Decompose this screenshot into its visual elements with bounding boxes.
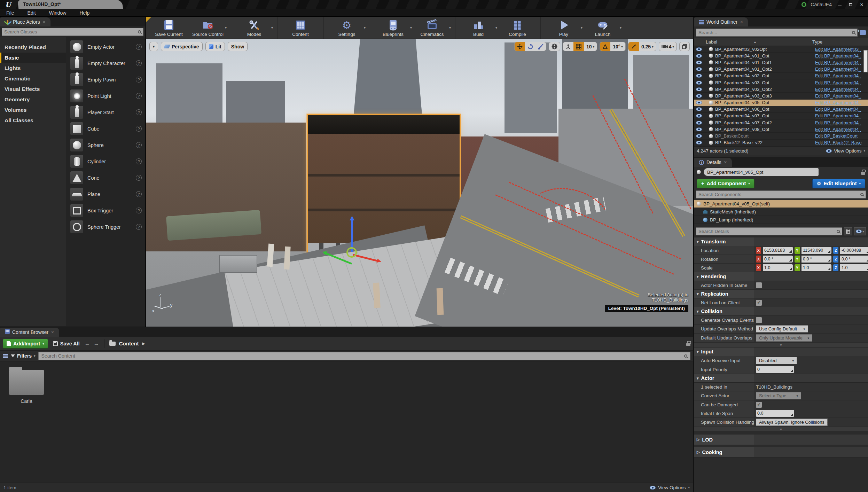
category-item[interactable]: Cinematic <box>0 73 66 84</box>
cinematics-button[interactable]: Cinematics ▾ <box>413 17 452 39</box>
close-tab-icon[interactable]: ✕ <box>42 20 46 24</box>
visibility-eye-icon[interactable] <box>696 134 702 138</box>
search-content-input[interactable] <box>41 353 681 359</box>
placeable-actor-item[interactable]: Empty Character ? <box>66 55 145 71</box>
help-icon[interactable]: ? <box>136 77 142 83</box>
details-view-options-button[interactable]: ▾ <box>854 227 866 235</box>
visibility-eye-icon[interactable] <box>696 54 702 58</box>
can-be-damaged-checkbox[interactable]: ✔ <box>756 402 762 408</box>
convert-actor-dropdown[interactable]: Select a Type▾ <box>756 392 801 399</box>
close-tab-icon[interactable]: ✕ <box>51 330 54 335</box>
menu-help[interactable]: Help <box>79 10 89 16</box>
rotate-tool-button[interactable] <box>525 42 535 51</box>
update-overlaps-dropdown[interactable]: Use Config Default▾ <box>756 325 808 333</box>
location-z-field[interactable]: -0.000488 <box>840 247 868 254</box>
build-button[interactable]: Build ▾ <box>459 17 498 39</box>
rotation-snap-value[interactable]: 10°▾ <box>610 42 625 51</box>
help-icon[interactable]: ? <box>136 44 142 50</box>
place-actors-tab[interactable]: Place Actors ✕ <box>0 17 50 26</box>
maximize-viewport-button[interactable] <box>680 42 689 51</box>
content-browser-tab[interactable]: Content Browser ✕ <box>0 328 59 337</box>
back-button[interactable]: ← <box>85 341 90 347</box>
edit-blueprint-link[interactable]: Edit BP_Apartment04_ <box>815 100 868 105</box>
section-collision[interactable]: ▾Collision <box>694 307 868 316</box>
outliner-search-box[interactable] <box>696 29 858 37</box>
visibility-eye-icon[interactable] <box>696 67 702 71</box>
grid-snap-value[interactable]: 10▾ <box>584 42 597 51</box>
outliner-row[interactable]: BP_Apartment04_v05_Opt Edit BP_Apartment… <box>694 100 868 106</box>
gizmo-center[interactable] <box>346 247 357 258</box>
actor-name-field[interactable]: BP_Apartment04_v05_Opt <box>704 168 819 176</box>
search-classes-box[interactable] <box>2 28 143 36</box>
save-all-button[interactable]: Save All <box>53 341 80 346</box>
outliner-row[interactable]: BP_Apartment04_v01_Opt1 Edit BP_Apartmen… <box>694 59 868 66</box>
show-flags-button[interactable]: Show <box>228 42 248 51</box>
visibility-eye-icon[interactable] <box>696 121 702 125</box>
content-view-options[interactable]: View Options ▾ <box>650 485 690 490</box>
rotation-snap-button[interactable] <box>600 42 610 51</box>
search-content-box[interactable] <box>38 352 690 360</box>
spawn-collision-dropdown[interactable]: Always Spawn, Ignore Collisions▾ <box>756 419 828 426</box>
edit-blueprint-link[interactable]: Edit BP_Block12_Base <box>815 140 868 145</box>
scale-snap-button[interactable] <box>628 42 639 51</box>
visibility-eye-icon[interactable] <box>696 47 702 51</box>
rotation-z-field[interactable]: 0.0 ° <box>840 256 868 263</box>
world-outliner-tab[interactable]: World Outliner ✕ <box>694 17 748 26</box>
dropdown-caret-icon[interactable]: ▾ <box>225 26 227 30</box>
column-type[interactable]: Type <box>812 39 868 45</box>
view-mode-button[interactable]: Lit <box>205 42 225 51</box>
placeable-actor-item[interactable]: Sphere Trigger ? <box>66 219 145 235</box>
placeable-actor-item[interactable]: Cylinder ? <box>66 153 145 170</box>
search-components-input[interactable] <box>698 192 858 197</box>
rotation-y-field[interactable]: 0.0 ° <box>801 256 831 263</box>
launch-button[interactable]: Launch ▾ <box>583 17 622 39</box>
category-item[interactable]: Volumes <box>0 105 66 115</box>
visibility-eye-icon[interactable] <box>696 127 702 131</box>
breadcrumb[interactable]: Content ▶ <box>109 341 145 346</box>
section-lod[interactable]: ▷LOD <box>694 435 868 445</box>
property-matrix-button[interactable] <box>844 227 852 235</box>
camera-speed-button[interactable]: 4▾ <box>659 42 677 51</box>
placeable-actor-item[interactable]: Cube ? <box>66 120 145 137</box>
gizmo-x-axis[interactable] <box>353 254 377 261</box>
column-label[interactable]: Label <box>694 39 753 45</box>
help-icon[interactable]: ? <box>136 191 142 197</box>
actor-hidden-checkbox[interactable] <box>756 282 762 288</box>
outliner-view-options[interactable]: View Options ▾ <box>826 148 865 154</box>
content-lock-icon[interactable] <box>686 343 690 346</box>
outliner-row[interactable]: BP_Apartment04_v03_Opt3 Edit BP_Apartmen… <box>694 93 868 99</box>
source-control-button[interactable]: Source Control ▾ <box>188 17 227 39</box>
maximize-button[interactable] <box>847 2 854 7</box>
outliner-row[interactable]: BP_BasketCourt Edit BP_BasketCourt <box>694 133 868 139</box>
close-tab-icon[interactable]: ✕ <box>724 160 727 165</box>
placeable-actor-item[interactable]: Cone ? <box>66 170 145 186</box>
world-local-toggle[interactable] <box>549 42 560 51</box>
dropdown-caret-icon[interactable]: ▾ <box>364 26 366 30</box>
outliner-row[interactable]: BP_Apartment04_v03_Opt Edit BP_Apartment… <box>694 79 868 86</box>
outliner-row[interactable]: BP_Apartment04_v03_Opt2 Edit BP_Apartmen… <box>694 86 868 93</box>
net-load-checkbox[interactable]: ✔ <box>756 300 762 306</box>
category-item[interactable]: Lights <box>0 63 66 73</box>
sources-panel-icon[interactable] <box>3 354 8 358</box>
section-replication[interactable]: ▾Replication <box>694 290 868 298</box>
scale-x-field[interactable]: 1.0 <box>763 264 793 271</box>
play-button[interactable]: Play ▾ <box>544 17 583 39</box>
section-input[interactable]: ▾Input <box>694 347 868 356</box>
compile-button[interactable]: Compile <box>498 17 537 39</box>
save-current-button[interactable]: Save Current <box>149 17 188 39</box>
outliner-row[interactable]: BP_Apartment04_v07_Opt2 Edit BP_Apartmen… <box>694 119 868 126</box>
filters-button[interactable]: Filters ▾ <box>11 353 36 359</box>
help-icon[interactable]: ? <box>136 93 142 99</box>
camera-mode-button[interactable]: Perspective <box>161 42 203 51</box>
component-row-staticmesh[interactable]: StaticMesh (Inherited) <box>694 208 868 216</box>
visibility-eye-icon[interactable] <box>696 114 702 118</box>
auto-receive-input-dropdown[interactable]: Disabled▾ <box>756 357 797 364</box>
visibility-eye-icon[interactable] <box>696 107 702 111</box>
dropdown-caret-icon[interactable]: ▾ <box>449 26 451 30</box>
dropdown-caret-icon[interactable]: ▾ <box>495 26 497 30</box>
edit-blueprint-link[interactable]: Edit BP_Apartment04_ <box>815 127 868 132</box>
help-icon[interactable]: ? <box>136 175 142 181</box>
add-import-button[interactable]: Add/Import ▾ <box>3 339 48 349</box>
visibility-eye-icon[interactable] <box>696 141 702 145</box>
outliner-row[interactable]: BP_Apartment04_v01_Opt Edit BP_Apartment… <box>694 53 868 59</box>
